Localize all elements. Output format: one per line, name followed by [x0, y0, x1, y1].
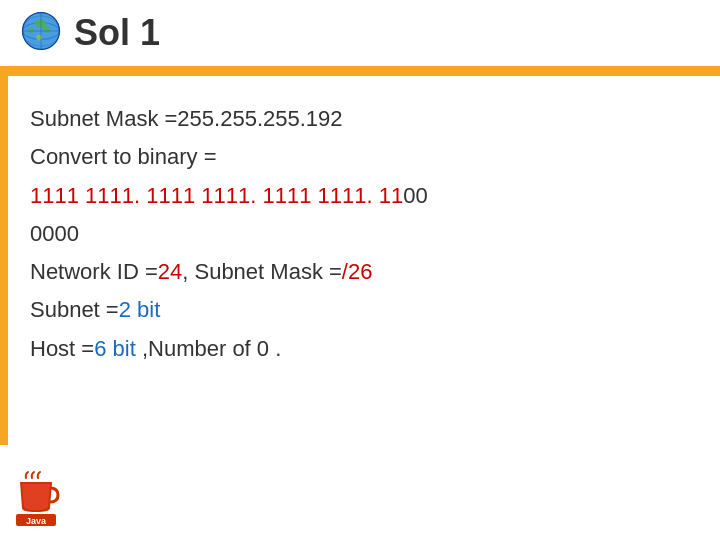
- network-id-prefix: Network ID =: [30, 259, 158, 284]
- main-content: Subnet Mask =255.255.255.192 Convert to …: [0, 76, 720, 389]
- line-binary: 1111 1111. 1111 1111. 1111 1111. 1100: [30, 178, 700, 214]
- network-id-mid: , Subnet Mask =: [182, 259, 342, 284]
- line-subnet-mask: Subnet Mask =255.255.255.192: [30, 101, 700, 137]
- globe-icon: [20, 10, 74, 56]
- host-suffix: ,Number of 0 .: [136, 336, 282, 361]
- host-prefix: Host =: [30, 336, 94, 361]
- content-block: Subnet Mask =255.255.255.192 Convert to …: [30, 101, 700, 367]
- subnet-value: 2 bit: [119, 297, 161, 322]
- network-id-value: 24: [158, 259, 182, 284]
- orange-bar: [0, 66, 720, 76]
- java-icon-container: Java: [12, 470, 60, 532]
- subnet-prefix: Subnet =: [30, 297, 119, 322]
- convert-text: Convert to binary =: [30, 144, 216, 169]
- subnet-mask-text: Subnet Mask =255.255.255.192: [30, 106, 343, 131]
- binary-black-2: 0000: [30, 221, 79, 246]
- binary-red-1: 1111 1111. 1111 1111. 1111 1111. 11: [30, 183, 403, 208]
- host-value: 6 bit: [94, 336, 136, 361]
- header: Sol 1: [0, 0, 720, 66]
- svg-text:Java: Java: [26, 516, 47, 526]
- line-subnet: Subnet =2 bit: [30, 292, 700, 328]
- line-host: Host =6 bit ,Number of 0 .: [30, 331, 700, 367]
- line-binary-2: 0000: [30, 216, 700, 252]
- binary-black-1: 00: [403, 183, 427, 208]
- java-icon: Java: [12, 470, 60, 528]
- line-convert: Convert to binary =: [30, 139, 700, 175]
- line-network-id: Network ID =24, Subnet Mask =/26: [30, 254, 700, 290]
- page-title: Sol 1: [74, 12, 160, 54]
- subnet-mask-value: /26: [342, 259, 373, 284]
